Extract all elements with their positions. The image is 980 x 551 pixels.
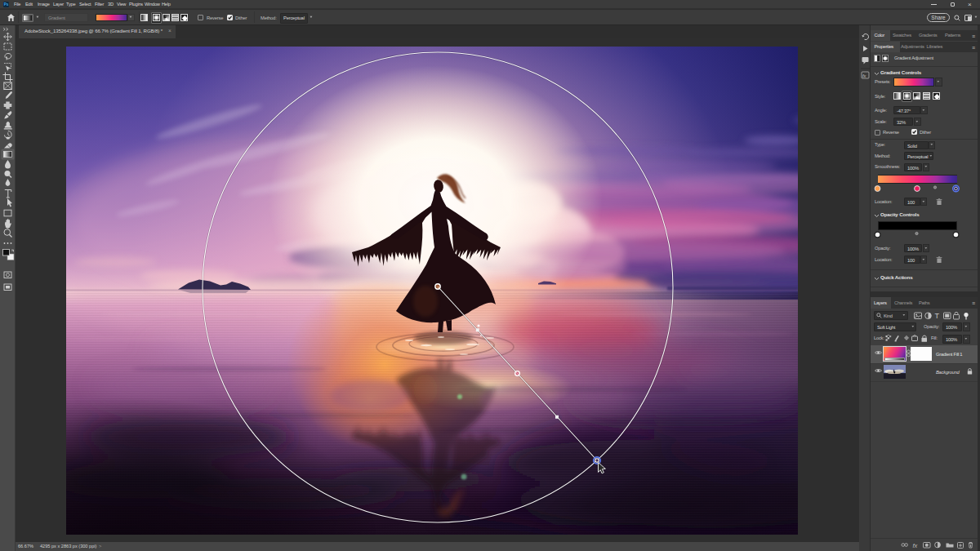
svg-text:T: T — [935, 312, 940, 320]
svg-text:fx: fx — [862, 73, 866, 78]
svg-text:fx: fx — [913, 542, 918, 549]
